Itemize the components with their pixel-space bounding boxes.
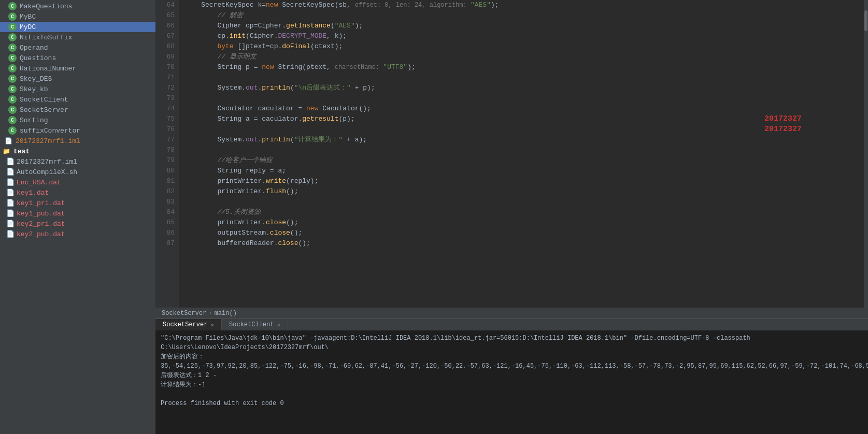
code-line-82: printWriter.flush();	[185, 186, 853, 197]
code-line-79: //给客户一个响应	[185, 155, 853, 166]
annotation-num2: 20172327	[764, 124, 802, 135]
class-icon: C	[8, 33, 17, 41]
code-line-84: //5.关闭资源	[185, 207, 853, 218]
dat-icon: 📄	[6, 178, 13, 186]
class-icon: C	[8, 54, 17, 62]
folder-icon: 📁	[2, 147, 10, 155]
sidebar-item-sorting[interactable]: C Sorting	[0, 115, 155, 125]
scroll-indicator[interactable]	[864, 0, 868, 308]
iml-icon: 📄	[4, 137, 12, 145]
sidebar-item-key2-pri[interactable]: 📄 key2_pri.dat	[0, 219, 155, 229]
dat-icon: 📄	[6, 230, 13, 238]
tab-socketclient-close[interactable]: ✕	[277, 322, 280, 328]
sidebar-item-enc-rsa[interactable]: 📄 Enc_RSA.dat	[0, 177, 155, 187]
code-line-72: System.out.println("\n后缀表达式：" + p);	[185, 83, 853, 93]
code-line-69: // 显示明文	[185, 52, 853, 62]
sh-icon: 📄	[6, 168, 13, 176]
tab-socketserver-close[interactable]: ✕	[210, 322, 214, 328]
sidebar-item-socketclient[interactable]: C SocketClient	[0, 94, 155, 105]
sidebar-item-autocompilex[interactable]: 📄 AutoCompileX.sh	[0, 167, 155, 177]
sidebar-item-socketserver[interactable]: C SocketServer	[0, 105, 155, 115]
terminal-output2: 后缀表达式：1 2 -	[161, 371, 863, 380]
sidebar-item-makequestions[interactable]: C MakeQuestions	[0, 1, 155, 11]
code-line-68: byte []ptext=cp.doFinal(ctext);	[185, 41, 853, 52]
code-line-78	[185, 145, 853, 155]
class-icon: C	[8, 116, 17, 124]
code-line-83	[185, 197, 853, 207]
code-line-66: Cipher cp=Cipher.getInstance("AES");	[185, 21, 853, 31]
code-line-81: printWriter.write(reply);	[185, 176, 853, 186]
annotation-num1: 20172327	[764, 114, 802, 124]
terminal-tabs: SocketServer ✕ SocketClient ✕	[155, 319, 868, 330]
terminal-output1: 加密后的内容：35,-54,125,-73,97,92,20,85,-122,-…	[161, 352, 863, 371]
code-editor[interactable]: 64 65 66 67 68 69 70 71 72 73 74 75 76 7…	[155, 0, 868, 308]
class-icon: C	[8, 75, 17, 83]
dat-icon: 📄	[6, 209, 13, 218]
breadcrumb-part2: main()	[215, 310, 237, 317]
sidebar-item-20172327mrf[interactable]: 📄 20172327mrf.iml	[0, 156, 155, 167]
sidebar-item-key1[interactable]: 📄 key1.dat	[0, 187, 155, 198]
tab-socketserver-label: SocketServer	[163, 321, 207, 328]
sidebar-item-key1-pub[interactable]: 📄 key1_pub.dat	[0, 208, 155, 219]
code-line-87: bufferedReader.close();	[185, 238, 853, 249]
code-line-77: System.out.println("计算结果为：" + a);	[185, 135, 853, 145]
code-line-64: SecretKeySpec k=new SecretKeySpec(sb, of…	[185, 0, 853, 10]
sidebar-item-mybc[interactable]: C MyBC	[0, 11, 155, 22]
scroll-thumb	[864, 10, 867, 31]
code-line-80: String reply = a;	[185, 166, 853, 176]
class-icon: C	[8, 126, 17, 135]
class-icon: C	[8, 23, 17, 31]
code-line-70: String p = new String(ptext, charsetName…	[185, 62, 853, 73]
tab-socketclient-label: SocketClient	[229, 321, 274, 328]
sidebar-item-skey-des[interactable]: C Skey_DES	[0, 74, 155, 84]
sidebar-item-skey-kb[interactable]: C Skey_kb	[0, 84, 155, 94]
code-line-85: printWriter.close();	[185, 218, 853, 228]
dat-icon: 📄	[6, 220, 13, 228]
sidebar-item-key2-pub[interactable]: 📄 key2_pub.dat	[0, 229, 155, 239]
terminal-output5: Process finished with exit code 0	[161, 399, 863, 408]
class-icon: C	[8, 12, 17, 21]
class-icon: C	[8, 44, 17, 52]
terminal-output4	[161, 389, 863, 399]
class-icon: C	[8, 85, 17, 93]
sidebar-item-nifixtosufix[interactable]: C NifixToSuffix	[0, 32, 155, 42]
dat-icon: 📄	[6, 199, 13, 207]
line-numbers: 64 65 66 67 68 69 70 71 72 73 74 75 76 7…	[155, 0, 179, 308]
sidebar: C MakeQuestions C MyBC C MyDC C NifixToS…	[0, 0, 155, 434]
code-content: SecretKeySpec k=new SecretKeySpec(sb, of…	[179, 0, 864, 308]
tab-socketserver[interactable]: SocketServer ✕	[155, 319, 222, 330]
sidebar-item-rationalnumber[interactable]: C RationalNumber	[0, 63, 155, 74]
sidebar-item-key1-pri[interactable]: 📄 key1_pri.dat	[0, 198, 155, 208]
code-line-71	[185, 73, 853, 83]
breadcrumb-arrow: ›	[208, 310, 212, 317]
terminal-output3: 计算结果为：-1	[161, 380, 863, 389]
main-area: C MakeQuestions C MyBC C MyDC C NifixToS…	[0, 0, 868, 434]
terminal[interactable]: "C:\Program Files\Java\jdk-10\bin\java" …	[155, 330, 868, 434]
class-icon: C	[8, 95, 17, 104]
sidebar-item-operand[interactable]: C Operand	[0, 42, 155, 53]
code-line-86: outputStream.close();	[185, 228, 853, 238]
file-icon: 📄	[6, 157, 13, 166]
code-line-74: Caculator caculator = new Caculator();	[185, 104, 853, 114]
terminal-command: "C:\Program Files\Java\jdk-10\bin\java" …	[161, 334, 863, 352]
breadcrumb-part1: SocketServer	[162, 310, 206, 317]
dat-icon: 📄	[6, 189, 13, 197]
sidebar-item-mydc[interactable]: C MyDC	[0, 22, 155, 32]
code-line-75: String a = caculator.getresult(p); 20172…	[185, 114, 853, 124]
class-icon: C	[8, 106, 17, 114]
breadcrumb: SocketServer › main()	[155, 308, 868, 319]
tab-socketclient[interactable]: SocketClient ✕	[222, 319, 288, 330]
editor-area: 64 65 66 67 68 69 70 71 72 73 74 75 76 7…	[155, 0, 868, 434]
sidebar-item-questions[interactable]: C Questions	[0, 53, 155, 63]
class-icon: C	[8, 2, 17, 10]
code-line-76: 20172327	[185, 124, 853, 135]
class-icon: C	[8, 64, 17, 73]
code-line-73	[185, 93, 853, 104]
sidebar-item-iml[interactable]: 📄 20172327mrf1.iml	[0, 136, 155, 146]
sidebar-group-test[interactable]: 📁 test	[0, 146, 155, 156]
code-line-67: cp.init(Cipher.DECRYPT_MODE, k);	[185, 31, 853, 41]
code-line-65: // 解密	[185, 10, 853, 21]
sidebar-item-suffixconvertor[interactable]: C suffixConvertor	[0, 125, 155, 136]
